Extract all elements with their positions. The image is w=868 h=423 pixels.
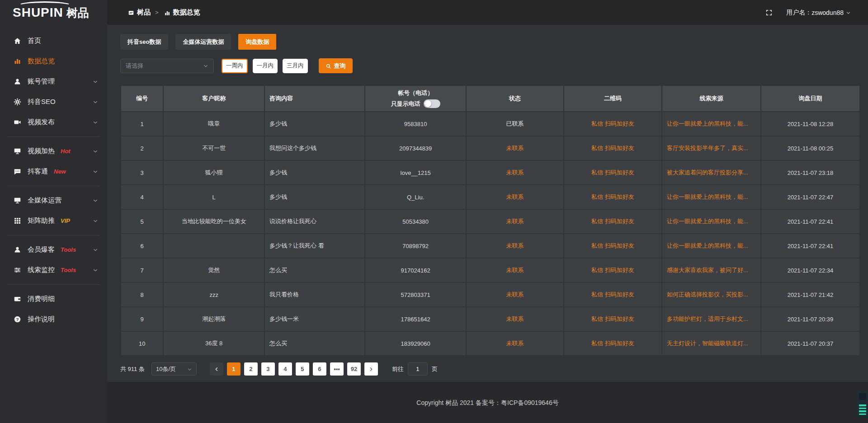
sidebar-item-视频加热[interactable]: 视频加热Hot [0, 141, 107, 161]
tab-抖音seo数据[interactable]: 抖音seo数据 [120, 34, 168, 50]
pagination-pages: 123456•••92 [223, 362, 361, 376]
qr-action-link[interactable]: 私信 扫码加好友 [564, 258, 661, 282]
table-row: 2不可一世我想问这个多少钱2097344839未联系私信 扫码加好友客厅安装投影… [121, 136, 859, 160]
tab-询盘数据[interactable]: 询盘数据 [238, 34, 276, 50]
row-number: 5 [121, 210, 163, 233]
breadcrumb-page[interactable]: 数据总览 [173, 8, 200, 17]
contact-status: 未联系 [467, 258, 563, 282]
lead-source-link[interactable]: 让你一眼就爱上的黑科技，能... [662, 185, 760, 209]
tab-全媒体运营数据[interactable]: 全媒体运营数据 [175, 34, 231, 50]
sidebar-item-线索监控[interactable]: 线索监控Tools [0, 260, 107, 280]
pagination-jump-suffix: 页 [432, 365, 438, 373]
pagination-ellipsis[interactable]: ••• [330, 362, 344, 376]
page-size-select[interactable]: 10条/页 [151, 362, 197, 376]
lead-source-link[interactable]: 感谢大家喜欢我家，被问了好... [662, 258, 760, 282]
sidebar-item-badge: Tools [61, 267, 76, 273]
customer-nickname: 狐小狸 [164, 161, 264, 184]
sidebar-item-label: 首页 [28, 37, 41, 45]
customer-nickname: 哦章 [164, 112, 264, 136]
qr-action-link[interactable]: 私信 扫码加好友 [564, 307, 661, 331]
inquiry-content: 怎么买 [265, 258, 364, 282]
sidebar-item-首页[interactable]: 首页 [0, 31, 107, 51]
phone-only-toggle[interactable] [424, 99, 440, 108]
sidebar-item-操作说明[interactable]: ?操作说明 [0, 309, 107, 329]
sidebar-item-数据总览[interactable]: 数据总览 [0, 51, 107, 71]
breadcrumb-app[interactable]: 树品 [137, 8, 151, 17]
inquiry-table: 编号客户昵称咨询内容帐号（电话）只显示电话状态二维码线索来源询盘日期 1哦章多少… [120, 85, 860, 356]
floating-widget-stripe [859, 404, 866, 406]
floating-widget[interactable] [857, 391, 868, 418]
chevron-down-icon [203, 63, 208, 69]
pagination-next-button[interactable] [364, 362, 378, 376]
monitor-icon [14, 197, 21, 204]
customer-nickname: 不可一世 [164, 136, 264, 160]
username-label: 用户名： [786, 9, 811, 17]
chart-icon [164, 10, 170, 16]
inquiry-content: 怎么买 [265, 332, 364, 355]
pagination-page-92[interactable]: 92 [347, 362, 361, 376]
phone-toggle-label: 只显示电话 [391, 100, 420, 108]
qr-action-link[interactable]: 私信 扫码加好友 [564, 136, 661, 160]
lead-source-link[interactable]: 让你一眼就爱上的黑科技，能... [662, 210, 760, 233]
qr-action-link[interactable]: 私信 扫码加好友 [564, 161, 661, 184]
row-number: 7 [121, 258, 163, 282]
pagination-page-4[interactable]: 4 [278, 362, 292, 376]
floating-widget-cap [859, 393, 866, 400]
account-phone: love__1215 [365, 161, 466, 184]
inquiry-date: 2021-11-07 21:42 [761, 283, 859, 306]
lead-source-link[interactable]: 让你一眼就爱上的黑科技，能... [662, 234, 760, 258]
breadcrumb-app-icon [128, 9, 137, 16]
copyright-text: Copyright 树品 2021 备案号：粤ICP备09019646号 [416, 399, 558, 423]
main-column: 树品 > 数据总览 用户名： zswodun88 抖音seo数据全媒体运营数据询… [107, 0, 868, 423]
qr-action-link[interactable]: 私信 扫码加好友 [564, 210, 661, 233]
column-header-编号: 编号 [121, 86, 163, 111]
sidebar-item-矩阵助推[interactable]: 矩阵助推VIP [0, 211, 107, 231]
inquiry-date: 2021-11-08 00:25 [761, 136, 859, 160]
query-button[interactable]: 查询 [319, 58, 353, 73]
page-jump-input[interactable]: 1 [408, 362, 428, 376]
sidebar-item-抖客通[interactable]: 抖客通New [0, 161, 107, 182]
lead-source-link[interactable]: 被大家追着问的客厅投影分享... [662, 161, 760, 184]
fullscreen-icon[interactable] [765, 9, 773, 17]
lead-source-link[interactable]: 客厅安装投影半年多了，真实... [662, 136, 760, 160]
filter-select[interactable]: 请选择 [120, 59, 214, 73]
sidebar-item-label: 消费明细 [28, 295, 55, 303]
period-button-一周内[interactable]: 一周内 [222, 59, 248, 73]
chevron-down-icon [93, 198, 98, 203]
sidebar-item-账号管理[interactable]: 账号管理 [0, 71, 107, 92]
lead-source-link[interactable]: 多功能护栏灯，适用于乡村文... [662, 307, 760, 331]
pagination-page-1[interactable]: 1 [227, 362, 241, 376]
period-buttons: 一周内一月内三月内 [222, 59, 308, 73]
pagination-prev-button[interactable] [210, 362, 223, 376]
qr-action-link[interactable]: 私信 扫码加好友 [564, 112, 661, 136]
sidebar-item-全媒体运营[interactable]: 全媒体运营 [0, 190, 107, 211]
period-button-一月内[interactable]: 一月内 [253, 59, 278, 73]
sidebar-item-抖音SEO[interactable]: 抖音SEO [0, 92, 107, 112]
qr-action-link[interactable]: 私信 扫码加好友 [564, 234, 661, 258]
lead-source-link[interactable]: 让你一眼就爱上的黑科技，能... [662, 112, 760, 136]
table-row: 5当地比较能吃的一位美女说说价格让我死心50534380未联系私信 扫码加好友让… [121, 210, 859, 233]
user-menu[interactable]: 用户名： zswodun88 [786, 9, 851, 17]
column-header-线索来源: 线索来源 [662, 86, 760, 111]
pagination-page-3[interactable]: 3 [261, 362, 275, 376]
sidebar-item-消费明细[interactable]: 消费明细 [0, 289, 107, 309]
brand-logo[interactable]: SHUPIN 树品 [0, 0, 107, 26]
lead-source-link[interactable]: 无主灯设计，智能磁吸轨道灯... [662, 332, 760, 355]
sidebar: SHUPIN 树品 首页数据总览账号管理抖音SEO视频发布视频加热Hot抖客通N… [0, 0, 107, 423]
question-icon: ? [14, 315, 21, 323]
pagination-page-2[interactable]: 2 [244, 362, 258, 376]
qr-action-link[interactable]: 私信 扫码加好友 [564, 185, 661, 209]
period-button-三月内[interactable]: 三月内 [283, 59, 308, 73]
lead-source-link[interactable]: 如何正确选择投影仪，买投影... [662, 283, 760, 306]
pagination-page-5[interactable]: 5 [296, 362, 309, 376]
qr-action-link[interactable]: 私信 扫码加好友 [564, 332, 661, 355]
floating-widget-stripe [859, 414, 866, 415]
sidebar-item-会员爆客[interactable]: 会员爆客Tools [0, 240, 107, 260]
chevron-down-icon [846, 10, 851, 15]
table-row: 1哦章多少钱9583810已联系私信 扫码加好友让你一眼就爱上的黑科技，能...… [121, 112, 859, 136]
brand-logo-cn: 树品 [66, 7, 89, 19]
chevron-down-icon [93, 218, 98, 224]
qr-action-link[interactable]: 私信 扫码加好友 [564, 283, 661, 306]
pagination-page-6[interactable]: 6 [313, 362, 326, 376]
sidebar-item-视频发布[interactable]: 视频发布 [0, 112, 107, 132]
